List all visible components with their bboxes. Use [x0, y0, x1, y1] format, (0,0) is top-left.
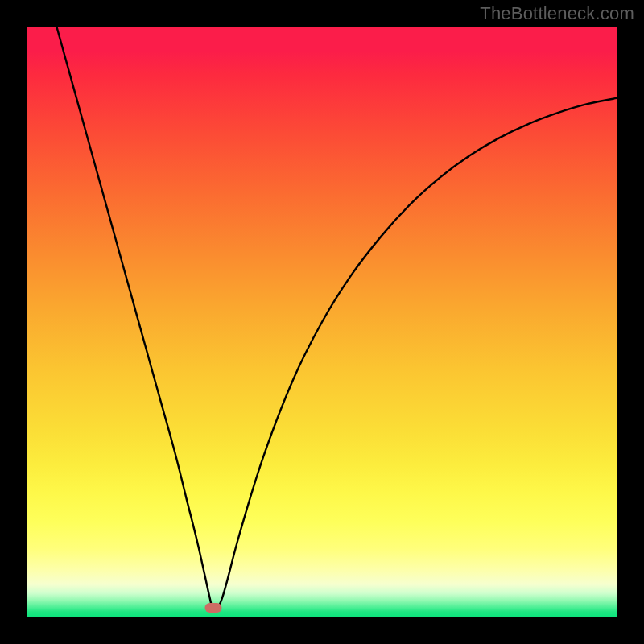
data-curve — [57, 27, 617, 609]
plot-area — [27, 27, 617, 617]
watermark-text: TheBottleneck.com — [480, 3, 634, 24]
curve-layer — [27, 27, 617, 617]
minimum-marker — [204, 603, 221, 613]
chart-container: TheBottleneck.com — [0, 0, 644, 644]
